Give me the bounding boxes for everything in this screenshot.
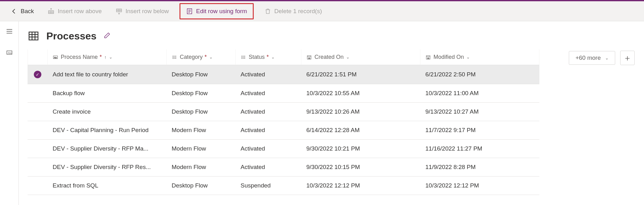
- svg-point-32: [242, 57, 242, 58]
- svg-rect-17: [29, 32, 38, 40]
- svg-text:21: 21: [427, 57, 429, 59]
- cell-created-on-value: 10/3/2022 10:55 AM: [306, 90, 360, 97]
- delete-records-label: Delete 1 record(s): [274, 8, 322, 15]
- cell-status[interactable]: Activated: [236, 121, 301, 140]
- grid-header-category[interactable]: Category* ⌄: [167, 49, 236, 65]
- svg-text:Abc: Abc: [8, 52, 12, 54]
- cell-created-on-value: 9/13/2022 10:26 AM: [306, 108, 360, 115]
- cell-category-value: Desktop Flow: [172, 71, 208, 78]
- cell-process-name[interactable]: Create invoice: [48, 103, 167, 121]
- cell-process-name-value: Backup flow: [53, 90, 85, 97]
- required-star-icon: *: [205, 54, 207, 60]
- chevron-down-icon: ⌄: [466, 55, 470, 59]
- grid-header-process-name[interactable]: Abc Process Name* ↑ ⌄: [48, 49, 167, 65]
- cell-category-value: Modern Flow: [172, 164, 206, 171]
- cell-category-value: Modern Flow: [172, 145, 206, 152]
- col-category-label: Category: [180, 54, 203, 60]
- rail-text-field-button[interactable]: Abc: [3, 46, 16, 59]
- cell-modified-on[interactable]: 9/13/2022 10:27 AM: [420, 103, 539, 121]
- cell-created-on[interactable]: 6/14/2022 12:28 AM: [301, 121, 420, 140]
- cell-category[interactable]: Desktop Flow: [167, 103, 236, 121]
- cell-category[interactable]: Modern Flow: [167, 121, 236, 140]
- cell-modified-on[interactable]: 11/16/2022 11:27 PM: [420, 140, 539, 158]
- cell-process-name[interactable]: DEV - Capital Planning - Run Period: [48, 121, 167, 140]
- cell-created-on[interactable]: 10/3/2022 10:55 AM: [301, 84, 420, 103]
- chevron-down-icon: ⌄: [605, 56, 609, 60]
- data-grid: Abc Process Name* ↑ ⌄ Category* ⌄: [28, 49, 635, 195]
- edit-title-button[interactable]: [103, 32, 111, 40]
- cell-status[interactable]: Activated: [236, 84, 301, 103]
- svg-point-34: [242, 58, 242, 59]
- cell-category[interactable]: Desktop Flow: [167, 65, 236, 84]
- more-columns-button[interactable]: +60 more ⌄: [569, 51, 615, 65]
- row-select-cell[interactable]: ✓: [28, 65, 48, 84]
- col-modified-on-label: Modified On: [434, 54, 464, 60]
- edit-row-using-form-button[interactable]: Edit row using form: [183, 5, 250, 17]
- arrow-left-icon: [11, 8, 18, 15]
- cell-created-on-value: 9/30/2022 10:15 PM: [306, 164, 360, 171]
- cell-process-name[interactable]: Extract from SQL: [48, 177, 167, 195]
- cell-status-value: Activated: [241, 145, 265, 152]
- cell-status[interactable]: Suspended: [236, 177, 301, 195]
- cell-created-on[interactable]: 9/30/2022 10:15 PM: [301, 158, 420, 177]
- edit-row-highlight: Edit row using form: [179, 3, 254, 19]
- cell-category[interactable]: Modern Flow: [167, 158, 236, 177]
- cell-modified-on-value: 6/21/2022 2:50 PM: [425, 71, 476, 78]
- cell-modified-on[interactable]: 11/7/2022 9:17 PM: [420, 121, 539, 140]
- cell-status[interactable]: Activated: [236, 140, 301, 158]
- cell-modified-on-value: 9/13/2022 10:27 AM: [425, 108, 479, 115]
- cell-created-on-value: 6/14/2022 12:28 AM: [306, 127, 360, 134]
- cell-created-on[interactable]: 6/21/2022 1:51 PM: [301, 65, 420, 84]
- more-columns-label: +60 more: [575, 54, 601, 61]
- cell-status[interactable]: Activated: [236, 103, 301, 121]
- cell-modified-on-value: 11/7/2022 9:17 PM: [425, 127, 476, 134]
- cell-created-on[interactable]: 9/30/2022 10:21 PM: [301, 140, 420, 158]
- back-button[interactable]: Back: [8, 5, 37, 17]
- grid-header-checkbox[interactable]: [28, 49, 48, 65]
- cell-modified-on[interactable]: 10/3/2022 12:12 PM: [420, 177, 539, 195]
- row-select-cell[interactable]: [28, 140, 48, 158]
- cell-modified-on[interactable]: 6/21/2022 2:50 PM: [420, 65, 539, 84]
- cell-created-on[interactable]: 9/13/2022 10:26 AM: [301, 103, 420, 121]
- cell-status[interactable]: Activated: [236, 158, 301, 177]
- cell-process-name-value: DEV - Supplier Diversity - RFP Res...: [53, 164, 151, 171]
- cell-modified-on[interactable]: 11/9/2022 8:28 PM: [420, 158, 539, 177]
- cell-status-value: Activated: [241, 108, 265, 115]
- cell-category-value: Modern Flow: [172, 127, 206, 134]
- form-icon: [186, 8, 193, 15]
- choice-column-icon: [172, 54, 177, 60]
- grid-header-created-on[interactable]: 21 Created On ⌄: [301, 49, 420, 65]
- insert-row-below-icon: [116, 8, 122, 15]
- cell-process-name[interactable]: Backup flow: [48, 84, 167, 103]
- date-column-icon: 21: [306, 54, 312, 60]
- delete-records-button: Delete 1 record(s): [261, 5, 325, 17]
- row-select-cell[interactable]: [28, 103, 48, 121]
- cell-category[interactable]: Desktop Flow: [167, 177, 236, 195]
- cell-status[interactable]: Activated: [236, 65, 301, 84]
- sort-ascending-icon: ↑: [104, 55, 106, 60]
- row-select-cell[interactable]: [28, 158, 48, 177]
- choice-column-icon: [241, 54, 246, 60]
- page-title: Processes: [46, 30, 96, 42]
- row-select-cell[interactable]: [28, 84, 48, 103]
- cell-status-value: Activated: [241, 90, 265, 97]
- add-column-button[interactable]: ＋: [620, 51, 635, 65]
- cell-category[interactable]: Desktop Flow: [167, 84, 236, 103]
- cell-process-name[interactable]: DEV - Supplier Diversity - RFP Ma...: [48, 140, 167, 158]
- insert-row-above-button: Insert row above: [44, 5, 105, 17]
- cell-process-name[interactable]: DEV - Supplier Diversity - RFP Res...: [48, 158, 167, 177]
- edit-row-using-form-label: Edit row using form: [196, 8, 247, 15]
- cell-category[interactable]: Modern Flow: [167, 140, 236, 158]
- checkmark-icon: ✓: [34, 71, 41, 78]
- grid-header-modified-on[interactable]: 21 Modified On ⌄: [420, 49, 539, 65]
- row-select-cell[interactable]: [28, 177, 48, 195]
- row-select-cell[interactable]: [28, 121, 48, 140]
- cell-process-name[interactable]: Add text file to country folder: [48, 65, 167, 84]
- rail-menu-button[interactable]: [3, 25, 16, 38]
- chevron-down-icon: ⌄: [209, 55, 213, 59]
- cell-modified-on[interactable]: 10/3/2022 11:00 AM: [420, 84, 539, 103]
- svg-point-28: [173, 58, 174, 59]
- cell-created-on[interactable]: 10/3/2022 12:12 PM: [301, 177, 420, 195]
- cell-modified-on-value: 10/3/2022 12:12 PM: [425, 182, 479, 189]
- grid-header-status[interactable]: Status* ⌄: [236, 49, 301, 65]
